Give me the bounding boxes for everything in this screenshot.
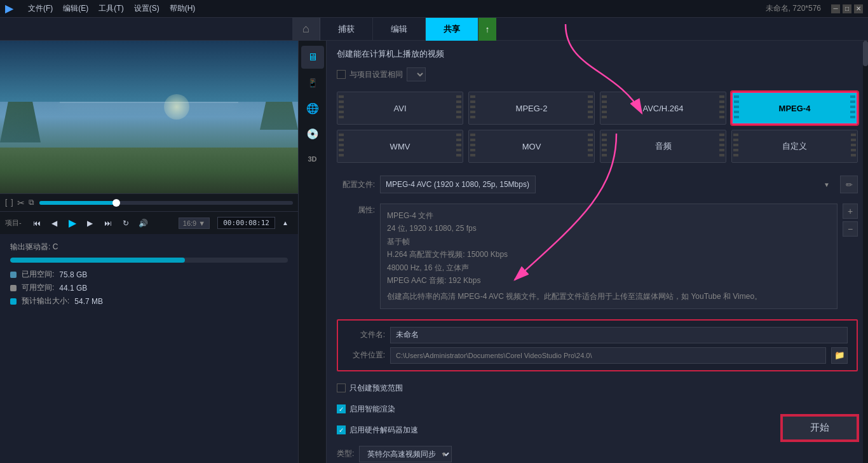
type-select[interactable]: 英特尔高速视频同步 <box>359 446 452 462</box>
menu-tools[interactable]: 工具(T) <box>98 3 123 14</box>
type-label: 类型: <box>337 448 354 459</box>
file-path-label: 文件位置: <box>347 350 385 361</box>
project-checkbox[interactable] <box>337 70 346 79</box>
menu-help[interactable]: 帮助(H) <box>170 3 196 14</box>
format-audio[interactable]: 音频 <box>600 130 726 163</box>
free-value: 44.1 GB <box>59 284 87 293</box>
app-logo: ▶ <box>5 3 13 15</box>
prev-frame-button[interactable]: ◀ <box>47 216 62 231</box>
scrollbar-thumb[interactable] <box>863 41 868 66</box>
controls-bar: 项目- ⏮ ◀ ▶ ▶ ⏭ ↻ 🔊 16:9 ▼ 00:00:08:12 ▲ <box>0 211 298 234</box>
attr-line-4: H.264 高配置文件视频: 15000 Kbps <box>387 248 831 261</box>
used-dot <box>10 272 17 278</box>
web-icon-button[interactable]: 🌐 <box>301 97 324 120</box>
format-wmv[interactable]: WMV <box>337 130 463 163</box>
title-bar: ▶ 文件(F) 编辑(E) 工具(T) 设置(S) 帮助(H) 未命名, 720… <box>0 0 868 18</box>
right-scrollbar[interactable] <box>863 41 868 463</box>
bracket-controls: [ ] ✂ ⧉ <box>5 198 34 208</box>
hw-decode-checkbox[interactable]: ✓ <box>337 425 346 434</box>
play-button[interactable]: ▶ <box>65 216 80 231</box>
used-label: 已用空间: <box>22 269 54 280</box>
dvd-icon-button[interactable]: 💿 <box>301 122 324 145</box>
tab-share[interactable]: 共享 <box>426 18 478 41</box>
tab-capture[interactable]: 捕获 <box>320 18 373 41</box>
preview-range-checkbox[interactable] <box>337 384 346 392</box>
menu-settings[interactable]: 设置(S) <box>134 3 159 14</box>
drive-info: 输出驱动器: C 已用空间: 75.8 GB 可用空间: 44.1 GB 预计输… <box>0 234 298 463</box>
bracket-open[interactable]: [ <box>5 198 7 208</box>
menu-edit[interactable]: 编辑(E) <box>63 3 88 14</box>
drive-bar <box>10 258 288 263</box>
scrubber-fill <box>39 201 116 205</box>
close-button[interactable]: ✕ <box>854 4 863 13</box>
used-value: 75.8 GB <box>59 270 87 279</box>
profile-select-wrapper: MPEG-4 AVC (1920 x 1080, 25p, 15Mbps) <box>380 176 835 193</box>
format-avi[interactable]: AVI <box>337 92 463 125</box>
side-icon-bar: 🖥 📱 🌐 💿 3D <box>299 41 327 463</box>
format-custom[interactable]: 自定义 <box>731 130 858 163</box>
tab-edit[interactable]: 编辑 <box>373 18 426 41</box>
timecode-up[interactable]: ▲ <box>278 216 293 231</box>
format-avc[interactable]: AVC/H.264 <box>600 92 726 125</box>
water-reflection <box>0 102 298 148</box>
output-dot <box>10 298 17 305</box>
profile-edit-button[interactable]: ✏ <box>840 176 858 193</box>
drive-title: 输出驱动器: C <box>10 242 288 252</box>
monitor-icon-button[interactable]: 🖥 <box>301 46 324 69</box>
project-check-row: 与项目设置相同 <box>337 67 858 81</box>
format-mpeg4[interactable]: MPEG-4 <box>731 92 858 125</box>
format-mov[interactable]: MOV <box>468 130 595 163</box>
output-value: 54.7 MB <box>74 297 103 306</box>
project-preset-select[interactable] <box>407 67 426 81</box>
used-space-row: 已用空间: 75.8 GB <box>10 269 288 280</box>
minimize-button[interactable]: ─ <box>831 4 840 13</box>
bracket-close[interactable]: ] <box>11 198 13 208</box>
drive-bar-used <box>10 258 185 263</box>
next-frame-button[interactable]: ▶ <box>83 216 98 231</box>
attr-add-button[interactable]: + <box>843 204 858 219</box>
aspect-ratio-badge: 16:9 ▼ <box>179 218 210 229</box>
tab-home[interactable]: ⌂ <box>292 18 320 41</box>
menu-file[interactable]: 文件(F) <box>28 3 53 14</box>
preview-area <box>0 41 298 193</box>
scrubber-thumb[interactable] <box>112 199 120 207</box>
file-name-row: 文件名: <box>347 327 848 343</box>
browse-button[interactable]: 📁 <box>831 347 848 364</box>
attr-line-5: 48000 Hz, 16 位, 立体声 <box>387 261 831 274</box>
output-size-row: 预计输出大小: 54.7 MB <box>10 296 288 307</box>
mobile-icon-button[interactable]: 📱 <box>301 71 324 94</box>
3d-icon-button[interactable]: 3D <box>301 148 324 170</box>
attr-label: 属性: <box>337 204 375 216</box>
attr-action-buttons: + − <box>843 204 858 237</box>
smart-render-checkbox[interactable]: ✓ <box>337 404 346 413</box>
project-label: 项目- <box>5 218 22 228</box>
copy-icon[interactable]: ⧉ <box>29 198 34 208</box>
scrubber-bar[interactable] <box>39 201 293 205</box>
file-name-input[interactable] <box>390 327 848 343</box>
upload-button[interactable]: ↑ <box>478 18 496 41</box>
cut-icon[interactable]: ✂ <box>17 198 25 208</box>
smart-render-label: 启用智能渲染 <box>349 404 395 415</box>
attr-content: MPEG-4 文件 24 位, 1920 x 1080, 25 fps 基于帧 … <box>380 204 837 309</box>
volume-button[interactable]: 🔊 <box>136 216 151 231</box>
attr-minus-button[interactable]: − <box>843 221 858 237</box>
home-icon: ⌂ <box>302 22 309 36</box>
preview-range-row: 只创建预览范围 <box>337 383 418 394</box>
file-path-row: 文件位置: 📁 <box>347 347 848 364</box>
hw-decode-label: 启用硬件解码器加速 <box>349 425 418 436</box>
loop-button[interactable]: ↻ <box>118 216 133 231</box>
attr-text: MPEG-4 文件 24 位, 1920 x 1080, 25 fps 基于帧 … <box>387 209 831 287</box>
play-to-end-button[interactable]: ⏭ <box>100 216 116 231</box>
project-info: 未命名, 720*576 <box>766 3 821 14</box>
attr-line-1: MPEG-4 文件 <box>387 209 831 222</box>
timecode-display: 00:00:08:12 <box>217 217 275 229</box>
attr-line-3: 基于帧 <box>387 235 831 248</box>
sky-decoration <box>0 41 298 102</box>
play-to-start-button[interactable]: ⏮ <box>29 216 44 231</box>
profile-select[interactable]: MPEG-4 AVC (1920 x 1080, 25p, 15Mbps) <box>380 176 536 193</box>
format-mpeg2[interactable]: MPEG-2 <box>468 92 595 125</box>
file-path-input[interactable] <box>390 347 826 364</box>
start-button[interactable]: 开始 <box>782 415 858 441</box>
maximize-button[interactable]: □ <box>843 4 851 13</box>
format-grid: AVI MPEG-2 AVC/H.264 MPEG-4 WMV MOV <box>337 92 858 163</box>
